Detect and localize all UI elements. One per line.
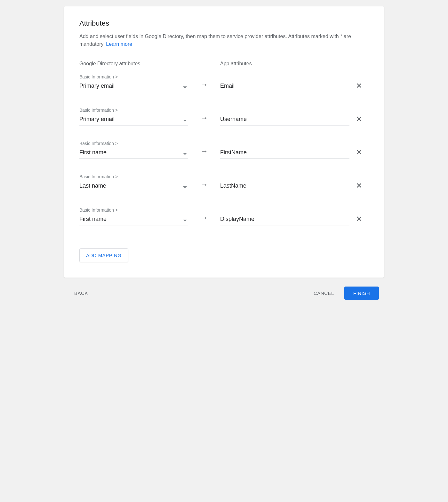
attribute-group-label: Basic Information > <box>79 207 188 213</box>
directory-attribute-value: Primary email <box>79 81 188 92</box>
page-description: Add and select user fields in Google Dir… <box>79 33 369 48</box>
mapping-row: Basic Information > First name → FirstNa… <box>79 141 369 159</box>
attribute-group-label: Basic Information > <box>79 174 188 179</box>
app-attribute-field[interactable]: FirstName <box>220 148 349 159</box>
remove-column: ✕ <box>349 115 369 125</box>
mapping-row: Basic Information > Primary email → Emai… <box>79 74 369 92</box>
app-attribute-field[interactable]: DisplayName <box>220 215 349 225</box>
app-attribute-field[interactable]: Email <box>220 81 349 92</box>
directory-attribute-value: First name <box>79 215 188 225</box>
remove-column: ✕ <box>349 215 369 225</box>
mapping-row: Basic Information > Primary email → User… <box>79 108 369 125</box>
arrow-right-icon: → <box>200 147 208 156</box>
directory-attribute-select[interactable]: Basic Information > Primary email <box>79 74 188 92</box>
arrow-right-icon: → <box>200 113 208 122</box>
attribute-group-label: Basic Information > <box>79 108 188 113</box>
close-icon[interactable]: ✕ <box>356 82 362 90</box>
arrow-column: → <box>188 80 220 92</box>
arrow-column: → <box>188 113 220 125</box>
footer: BACK CANCEL FINISH <box>64 278 384 309</box>
directory-attribute-value: Primary email <box>79 115 188 125</box>
mapping-row: Basic Information > Last name → LastName… <box>79 174 369 192</box>
chevron-down-icon <box>183 120 187 122</box>
directory-attribute-value: First name <box>79 148 188 159</box>
remove-column: ✕ <box>349 182 369 192</box>
chevron-down-icon <box>183 153 187 155</box>
add-mapping-button[interactable]: ADD MAPPING <box>79 248 128 262</box>
columns-header: Google Directory attributes App attribut… <box>79 61 369 67</box>
arrow-right-icon: → <box>200 213 208 222</box>
attribute-group-label: Basic Information > <box>79 141 188 146</box>
app-attribute-value: LastName <box>220 181 349 192</box>
attributes-card: Attributes Add and select user fields in… <box>64 6 384 278</box>
footer-left: BACK <box>69 287 93 299</box>
close-icon[interactable]: ✕ <box>356 215 362 223</box>
app-attribute-field[interactable]: Username <box>220 115 349 125</box>
directory-attribute-select[interactable]: Basic Information > First name <box>79 207 188 225</box>
arrow-column: → <box>188 213 220 225</box>
cancel-button[interactable]: CANCEL <box>308 287 339 299</box>
directory-column-header: Google Directory attributes <box>79 61 207 67</box>
remove-column: ✕ <box>349 149 369 159</box>
arrow-column: → <box>188 180 220 192</box>
learn-more-link[interactable]: Learn more <box>106 41 132 47</box>
arrow-column: → <box>188 147 220 159</box>
arrow-right-icon: → <box>200 80 208 89</box>
directory-attribute-value: Last name <box>79 181 188 192</box>
app-attribute-value: Username <box>220 115 349 125</box>
close-icon[interactable]: ✕ <box>356 182 362 190</box>
app-attribute-value: FirstName <box>220 148 349 159</box>
close-icon[interactable]: ✕ <box>356 149 362 156</box>
page-title: Attributes <box>79 19 369 28</box>
chevron-down-icon <box>183 186 187 188</box>
remove-column: ✕ <box>349 82 369 92</box>
chevron-down-icon <box>183 86 187 88</box>
directory-attribute-select[interactable]: Basic Information > Primary email <box>79 108 188 125</box>
chevron-down-icon <box>183 220 187 222</box>
directory-attribute-select[interactable]: Basic Information > First name <box>79 141 188 159</box>
mapping-row: Basic Information > First name → Display… <box>79 207 369 225</box>
arrow-right-icon: → <box>200 180 208 189</box>
app-attribute-value: Email <box>220 81 349 92</box>
attribute-group-label: Basic Information > <box>79 74 188 79</box>
app-column-header: App attributes <box>220 61 252 67</box>
close-icon[interactable]: ✕ <box>356 115 362 123</box>
app-attribute-field[interactable]: LastName <box>220 181 349 192</box>
finish-button[interactable]: FINISH <box>344 287 379 300</box>
app-attribute-value: DisplayName <box>220 215 349 225</box>
footer-right: CANCEL FINISH <box>308 287 379 300</box>
back-button[interactable]: BACK <box>69 287 93 299</box>
directory-attribute-select[interactable]: Basic Information > Last name <box>79 174 188 192</box>
